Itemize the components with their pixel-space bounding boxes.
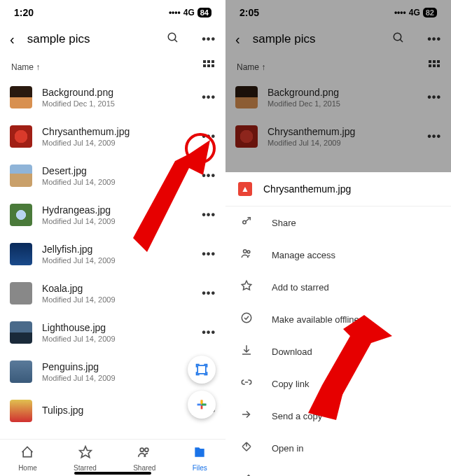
file-thumbnail xyxy=(10,360,32,383)
sheet-item-label: Add to starred xyxy=(272,282,329,293)
scan-fab[interactable] xyxy=(188,356,216,384)
share-icon xyxy=(240,215,254,230)
nav-home[interactable]: Home xyxy=(18,445,37,472)
svg-marker-12 xyxy=(133,140,210,252)
overflow-icon[interactable]: ••• xyxy=(202,33,216,46)
header: ‹ sample pics ••• xyxy=(0,22,226,56)
sheet-title: Chrysanthemum.jpg xyxy=(263,183,351,195)
file-more-icon[interactable]: ••• xyxy=(202,91,216,104)
add-fab[interactable] xyxy=(188,391,216,419)
svg-point-11 xyxy=(145,448,148,451)
sheet-add-to-starred[interactable]: Add to starred xyxy=(226,271,451,303)
offline-icon xyxy=(240,312,254,327)
svg-marker-9 xyxy=(79,447,91,458)
nav-files[interactable]: Files xyxy=(193,445,207,472)
svg-rect-8 xyxy=(197,365,206,374)
file-meta: Modified Jul 14, 2009 xyxy=(42,374,192,382)
nav-label: Files xyxy=(193,464,207,472)
status-time: 1:20 xyxy=(14,7,34,18)
modal-overlay[interactable] xyxy=(226,0,451,172)
people-icon xyxy=(240,247,254,262)
file-thumbnail xyxy=(10,164,32,187)
file-info: Koala.jpg Modified Jul 14, 2009 xyxy=(42,283,192,304)
file-info: Background.png Modified Dec 1, 2015 xyxy=(42,87,192,108)
file-name: Tulips.jpg xyxy=(42,405,192,416)
download-icon xyxy=(240,344,254,359)
file-more-icon[interactable]: ••• xyxy=(202,287,216,300)
sheet-rename[interactable]: Rename xyxy=(226,464,451,476)
svg-rect-7 xyxy=(211,64,214,67)
annotation-arrow xyxy=(112,140,217,280)
annotation-arrow-right xyxy=(308,315,406,427)
folder-title: sample pics xyxy=(27,32,145,46)
nav-starred[interactable]: Starred xyxy=(74,445,97,472)
status-right: •••• 4G 84 xyxy=(169,8,211,18)
file-name: Chrysanthemum.jpg xyxy=(42,126,192,137)
svg-rect-3 xyxy=(207,60,210,63)
file-thumbnail xyxy=(10,243,32,265)
star-icon xyxy=(240,279,254,295)
svg-rect-4 xyxy=(211,60,214,63)
file-name: Background.png xyxy=(42,87,192,98)
status-bar: 1:20 •••• 4G 84 xyxy=(0,0,226,22)
back-icon[interactable]: ‹ xyxy=(10,31,15,48)
file-info: Tulips.jpg xyxy=(42,405,192,417)
view-grid-icon[interactable] xyxy=(203,60,214,74)
battery-badge: 84 xyxy=(197,8,211,18)
sheet-share[interactable]: Share xyxy=(226,206,451,239)
file-row[interactable]: Lighthouse.jpg Modified Jul 14, 2009 ••• xyxy=(0,313,226,352)
sheet-manage-access[interactable]: Manage access xyxy=(226,239,451,271)
svg-point-23 xyxy=(247,251,250,253)
nav-shared[interactable]: Shared xyxy=(133,445,155,472)
home-indicator xyxy=(74,472,151,475)
sheet-item-label: Share xyxy=(272,218,296,228)
file-name: Koala.jpg xyxy=(42,283,192,294)
file-meta: Modified Jul 14, 2009 xyxy=(42,335,192,343)
svg-line-1 xyxy=(174,39,177,42)
file-row[interactable]: Background.png Modified Dec 1, 2015 ••• xyxy=(0,78,226,117)
file-thumbnail xyxy=(10,321,32,344)
openin-icon xyxy=(240,440,254,456)
signal-icon: •••• xyxy=(169,8,181,18)
send-icon xyxy=(240,408,254,424)
file-thumbnail xyxy=(10,86,32,108)
svg-point-10 xyxy=(140,448,144,451)
file-name: Lighthouse.jpg xyxy=(42,322,192,333)
svg-point-22 xyxy=(244,250,247,253)
nav-label: Shared xyxy=(133,464,155,472)
sheet-item-label: Copy link xyxy=(272,379,309,389)
search-icon[interactable] xyxy=(167,31,179,48)
starred-icon xyxy=(78,445,92,463)
phone-left: 1:20 •••• 4G 84 ‹ sample pics ••• Name ↑… xyxy=(0,0,226,476)
nav-label: Starred xyxy=(74,464,97,472)
svg-rect-5 xyxy=(203,64,206,67)
sort-label[interactable]: Name ↑ xyxy=(11,62,40,72)
svg-marker-24 xyxy=(242,281,251,290)
svg-rect-6 xyxy=(207,64,210,67)
nav-label: Home xyxy=(18,464,37,472)
sheet-header: ▲ Chrysanthemum.jpg xyxy=(226,172,451,206)
network-label: 4G xyxy=(183,8,195,18)
file-thumbnail xyxy=(10,400,32,422)
bottom-nav: HomeStarredSharedFiles xyxy=(0,439,226,476)
files-icon xyxy=(193,445,207,463)
sheet-item-label: Download xyxy=(272,346,312,357)
file-thumbnail xyxy=(10,125,32,148)
sort-row: Name ↑ xyxy=(0,56,226,78)
file-more-icon[interactable]: ••• xyxy=(202,326,216,339)
file-meta: Modified Jul 14, 2009 xyxy=(42,295,192,304)
file-thumbnail xyxy=(10,204,32,226)
file-info: Penguins.jpg Modified Jul 14, 2009 xyxy=(42,361,192,382)
svg-rect-2 xyxy=(203,60,206,63)
file-thumbnail xyxy=(10,282,32,304)
file-info: Lighthouse.jpg Modified Jul 14, 2009 xyxy=(42,322,192,343)
sheet-item-label: Manage access xyxy=(272,250,335,260)
svg-point-25 xyxy=(242,313,251,323)
svg-point-0 xyxy=(168,33,176,41)
svg-point-21 xyxy=(243,220,247,224)
sheet-open-in[interactable]: Open in xyxy=(226,432,451,464)
rename-icon xyxy=(240,472,254,476)
image-icon: ▲ xyxy=(238,182,252,196)
fab-stack xyxy=(188,356,216,419)
file-meta: Modified Dec 1, 2015 xyxy=(42,99,192,108)
